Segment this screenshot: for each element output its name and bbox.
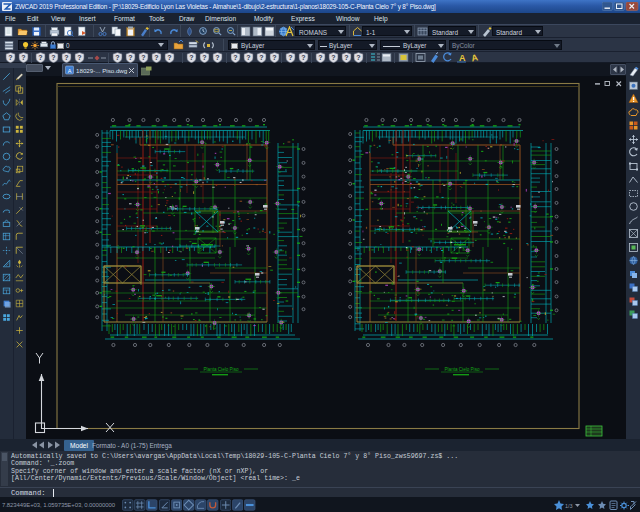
svg-text:?: ?	[272, 54, 276, 61]
svg-text:?: ?	[64, 54, 68, 61]
svg-text:?: ?	[318, 54, 322, 61]
svg-text:?: ?	[21, 54, 25, 61]
svg-text:?: ?	[331, 54, 335, 61]
svg-text:?: ?	[115, 54, 119, 61]
svg-text:1/3: 1/3	[565, 503, 573, 509]
svg-text:?: ?	[154, 54, 158, 61]
svg-text:A: A	[470, 52, 479, 63]
svg-text:?: ?	[301, 54, 305, 61]
svg-text:?: ?	[246, 54, 250, 61]
svg-text:?: ?	[141, 54, 145, 61]
svg-text:A: A	[459, 53, 466, 63]
svg-text:?: ?	[38, 54, 42, 61]
svg-text:?: ?	[202, 54, 206, 61]
svg-text:?: ?	[233, 54, 237, 61]
svg-text:?: ?	[215, 54, 219, 61]
svg-text:?: ?	[8, 54, 12, 61]
svg-text:?: ?	[189, 54, 193, 61]
svg-text:Planta Cielo Piso: Planta Cielo Piso	[204, 367, 239, 372]
svg-text:?: ?	[167, 54, 171, 61]
svg-text:?: ?	[51, 54, 55, 61]
svg-text:?: ?	[128, 54, 132, 61]
svg-text:?: ?	[344, 54, 348, 61]
svg-text:A: A	[68, 68, 72, 74]
svg-text:Planta Cielo Piso: Planta Cielo Piso	[445, 367, 480, 372]
svg-text:?: ?	[356, 54, 360, 61]
svg-text:?: ?	[288, 54, 292, 61]
svg-text:?: ?	[77, 54, 81, 61]
svg-text:?: ?	[259, 54, 263, 61]
